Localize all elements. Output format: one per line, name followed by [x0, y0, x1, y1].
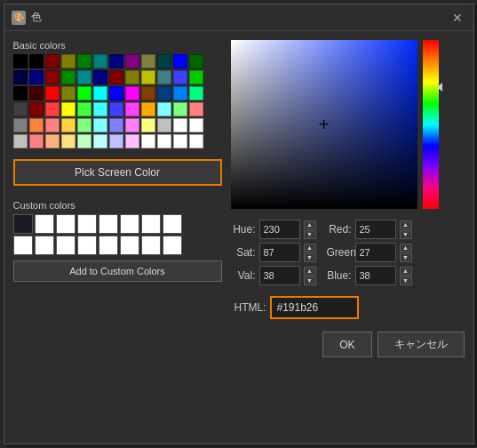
basic-color-swatch[interactable] [173, 102, 187, 116]
pick-screen-button[interactable]: Pick Screen Color [13, 159, 222, 186]
basic-color-swatch[interactable] [173, 86, 187, 100]
custom-color-swatch[interactable] [13, 236, 33, 255]
basic-color-swatch[interactable] [189, 54, 203, 68]
sat-up[interactable]: ▲ [304, 244, 316, 252]
red-up[interactable]: ▲ [400, 220, 412, 229]
basic-color-swatch[interactable] [45, 134, 60, 148]
val-down[interactable]: ▼ [304, 276, 316, 285]
basic-color-swatch[interactable] [109, 70, 123, 84]
basic-color-swatch[interactable] [189, 118, 203, 132]
basic-color-swatch[interactable] [157, 134, 171, 148]
cancel-button[interactable]: キャンセル [378, 332, 465, 357]
green-down[interactable]: ▼ [400, 253, 412, 262]
basic-color-swatch[interactable] [45, 54, 60, 68]
basic-color-swatch[interactable] [157, 70, 171, 84]
basic-color-swatch[interactable] [93, 102, 107, 116]
basic-color-swatch[interactable] [29, 134, 44, 148]
red-down[interactable]: ▼ [400, 230, 412, 239]
blue-input[interactable] [355, 266, 396, 285]
basic-color-swatch[interactable] [77, 70, 91, 84]
hue-input[interactable] [259, 220, 300, 239]
basic-color-swatch[interactable] [189, 70, 203, 84]
basic-color-swatch[interactable] [173, 134, 187, 148]
basic-color-swatch[interactable] [189, 102, 203, 116]
custom-color-swatch[interactable] [99, 236, 118, 255]
basic-color-swatch[interactable] [45, 118, 60, 132]
basic-color-swatch[interactable] [173, 70, 187, 84]
basic-color-swatch[interactable] [189, 134, 203, 148]
basic-color-swatch[interactable] [29, 54, 44, 68]
close-button[interactable]: ✕ [449, 9, 466, 27]
basic-color-swatch[interactable] [29, 70, 44, 84]
basic-color-swatch[interactable] [93, 118, 107, 132]
custom-color-swatch[interactable] [163, 236, 182, 255]
basic-color-swatch[interactable] [109, 54, 123, 68]
custom-color-swatch[interactable] [141, 236, 161, 255]
custom-color-swatch[interactable] [120, 214, 139, 234]
basic-color-swatch[interactable] [13, 70, 28, 84]
basic-color-swatch[interactable] [125, 70, 139, 84]
hue-slider[interactable] [423, 40, 439, 209]
custom-color-swatch[interactable] [56, 214, 76, 234]
basic-color-swatch[interactable] [93, 54, 107, 68]
basic-color-swatch[interactable] [13, 118, 28, 132]
basic-color-swatch[interactable] [125, 134, 139, 148]
basic-color-swatch[interactable] [189, 86, 203, 100]
basic-color-swatch[interactable] [61, 54, 76, 68]
custom-color-swatch[interactable] [35, 236, 54, 255]
basic-color-swatch[interactable] [13, 86, 28, 100]
basic-color-swatch[interactable] [125, 118, 139, 132]
basic-color-swatch[interactable] [61, 134, 76, 148]
basic-color-swatch[interactable] [77, 134, 91, 148]
basic-color-swatch[interactable] [141, 86, 155, 100]
gradient-square[interactable]: + [231, 40, 417, 209]
basic-color-swatch[interactable] [13, 54, 28, 68]
basic-color-swatch[interactable] [109, 118, 123, 132]
custom-color-swatch[interactable] [35, 214, 54, 234]
basic-color-swatch[interactable] [61, 118, 76, 132]
basic-color-swatch[interactable] [61, 102, 76, 116]
basic-color-swatch[interactable] [141, 102, 155, 116]
basic-color-swatch[interactable] [13, 134, 28, 148]
basic-color-swatch[interactable] [61, 86, 76, 100]
custom-color-swatch[interactable] [56, 236, 76, 255]
green-input[interactable] [355, 243, 396, 262]
basic-color-swatch[interactable] [77, 118, 91, 132]
custom-color-swatch[interactable] [77, 236, 97, 255]
val-up[interactable]: ▲ [304, 267, 316, 276]
basic-color-swatch[interactable] [157, 118, 171, 132]
basic-color-swatch[interactable] [157, 102, 171, 116]
hue-down[interactable]: ▼ [304, 230, 316, 239]
basic-color-swatch[interactable] [29, 86, 44, 100]
add-custom-button[interactable]: Add to Custom Colors [13, 260, 222, 282]
basic-color-swatch[interactable] [125, 54, 139, 68]
basic-color-swatch[interactable] [157, 86, 171, 100]
basic-color-swatch[interactable] [77, 102, 91, 116]
basic-color-swatch[interactable] [61, 70, 76, 84]
custom-color-swatch[interactable] [141, 214, 161, 234]
hue-up[interactable]: ▲ [304, 220, 316, 229]
basic-color-swatch[interactable] [109, 134, 123, 148]
basic-color-swatch[interactable] [173, 54, 187, 68]
sat-down[interactable]: ▼ [304, 253, 316, 262]
basic-color-swatch[interactable] [141, 54, 155, 68]
basic-color-swatch[interactable] [45, 86, 60, 100]
custom-color-swatch[interactable] [99, 214, 118, 234]
html-input[interactable] [270, 296, 359, 319]
basic-color-swatch[interactable] [109, 102, 123, 116]
basic-color-swatch[interactable] [13, 102, 28, 116]
green-up[interactable]: ▲ [400, 244, 412, 252]
custom-color-swatch[interactable] [120, 236, 139, 255]
basic-color-swatch[interactable] [45, 70, 60, 84]
basic-color-swatch[interactable] [141, 118, 155, 132]
basic-color-swatch[interactable] [93, 134, 107, 148]
basic-color-swatch[interactable] [29, 102, 44, 116]
basic-color-swatch[interactable] [77, 54, 91, 68]
basic-color-swatch[interactable] [173, 118, 187, 132]
custom-color-swatch[interactable] [163, 214, 182, 234]
basic-color-swatch[interactable] [141, 70, 155, 84]
basic-color-swatch[interactable] [157, 54, 171, 68]
custom-color-swatch[interactable] [77, 214, 97, 234]
red-input[interactable] [355, 220, 396, 239]
blue-down[interactable]: ▼ [400, 276, 412, 285]
